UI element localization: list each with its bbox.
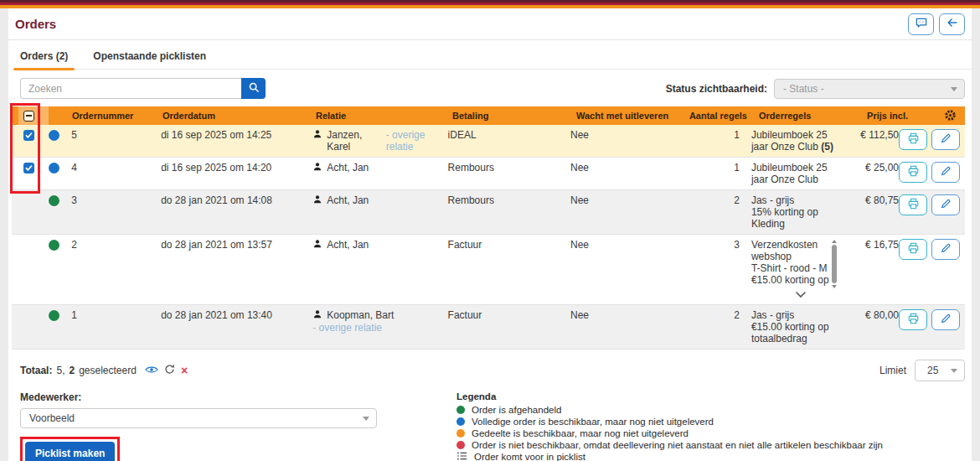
column-header-rel: Relatie [316, 111, 452, 121]
relation-line: Acht, Jan [312, 162, 447, 174]
order-line: 15% korting op [751, 206, 851, 218]
order-line: Jubileumboek 25 [751, 162, 851, 174]
relation-name: Koopman, Bart [327, 309, 394, 321]
order-line: €15.00 korting op [751, 321, 851, 333]
row-actions [899, 194, 965, 215]
medewerker-select[interactable]: Voorbeeld [20, 408, 377, 428]
column-header-wait: Wacht met uitleveren [576, 111, 670, 121]
checklist-icon [456, 451, 467, 461]
relation-line: Acht, Jan [312, 194, 447, 207]
chevron-down-icon [363, 417, 369, 421]
order-line: Jas - grijs [751, 194, 851, 206]
tab-openstaande-picklisten[interactable]: Openstaande picklisten [93, 50, 206, 69]
print-button[interactable] [899, 309, 927, 330]
printer-icon [907, 313, 920, 327]
relation-line: Acht, Jan [312, 239, 447, 251]
row-checkbox-cell [18, 194, 49, 230]
row-checkbox-cell [18, 162, 49, 185]
order-lines: Jubileumboek 25jaar Onze Club (5) [751, 129, 851, 153]
price-incl: € 16,75 [851, 239, 899, 251]
limit-select[interactable]: 25 [915, 360, 965, 381]
search-icon [248, 81, 260, 96]
price-incl: € 25,00 [851, 162, 899, 174]
status-filter-value: - Status - [783, 83, 824, 95]
order-line: jaar Onze Club [751, 174, 851, 185]
legend-items: Order is afgehandeldVolledige order is b… [456, 404, 883, 461]
right-gutter [972, 8, 980, 461]
table-header-row: OrdernummerOrderdatumRelatieBetalingWach… [12, 106, 965, 125]
payment-method: Factuur [448, 309, 570, 321]
scrollbar-thumb [832, 245, 837, 283]
selected-count: 2 [69, 365, 75, 376]
status-cell [49, 129, 72, 143]
orders-page: Orders Orders (2)Openstaande picklisten [8, 8, 972, 461]
legend-item: Order is niet beschikbaar, omdat deellev… [456, 439, 883, 451]
total-label: Totaal: [20, 365, 52, 376]
tab-orders[interactable]: Orders (2) [20, 50, 68, 69]
indeterminate-minus-icon [26, 115, 32, 117]
status-dot [49, 163, 59, 174]
picklist-maken-button[interactable]: Picklist maken [25, 442, 115, 461]
back-button[interactable] [939, 13, 965, 35]
search-button[interactable] [241, 78, 266, 99]
table-settings-gear-icon[interactable] [944, 109, 957, 123]
column-header-lines: Orderregels [759, 111, 859, 121]
annotation-picklist-button: Picklist maken [20, 437, 120, 461]
row-checkbox[interactable] [23, 130, 34, 141]
print-button[interactable] [899, 162, 927, 183]
payment-method: iDEAL [448, 129, 570, 141]
relation-line: Janzen, Karel- overige relatie [312, 129, 447, 153]
relation-name: Acht, Jan [327, 239, 369, 251]
legend-status-dot [456, 406, 465, 414]
print-button[interactable] [899, 239, 927, 260]
edit-button[interactable] [931, 194, 960, 215]
orders-table: OrdernummerOrderdatumRelatieBetalingWach… [12, 106, 965, 350]
column-header-num: Ordernummer [72, 111, 162, 121]
wait-delivery: Nee [570, 239, 663, 251]
order-line: totaalbedrag [751, 333, 851, 344]
status-filter-select[interactable]: - Status - [774, 79, 965, 99]
pencil-icon [940, 242, 952, 256]
edit-button[interactable] [931, 162, 960, 183]
edit-button[interactable] [931, 239, 960, 260]
wait-delivery: Nee [570, 309, 663, 321]
print-button[interactable] [899, 129, 927, 150]
printer-icon [907, 165, 920, 179]
search-input[interactable] [20, 78, 241, 99]
relation-name: Acht, Jan [327, 194, 369, 206]
order-lines: Jas - grijs15% korting opKleding [751, 194, 851, 230]
status-cell [49, 162, 72, 176]
legend-label: Order is niet beschikbaar, omdat deellev… [472, 440, 883, 450]
order-line: Jas - grijs [751, 309, 851, 321]
orderlines-scrollbar[interactable] [831, 240, 838, 288]
legend-label: Volledige order is beschikbaar, maar nog… [472, 417, 714, 427]
price-incl: € 80,00 [851, 309, 899, 321]
overige-relatie-link[interactable]: - overige relatie [312, 322, 447, 334]
controls-row: Status zichtbaarheid: - Status - [8, 70, 972, 99]
chat-button[interactable] [908, 13, 934, 35]
table-settings-cell [908, 109, 965, 123]
payment-method: Factuur [448, 239, 570, 251]
select-all-checkbox[interactable] [23, 111, 34, 122]
table-body: 5di 16 sep 2025 om 14:25Janzen, Karel- o… [12, 125, 965, 350]
refresh-icon[interactable] [164, 364, 175, 377]
overige-relatie-link[interactable]: - overige relatie [386, 129, 448, 153]
visibility-icon[interactable] [145, 365, 158, 377]
print-button[interactable] [899, 194, 927, 215]
table-row: 4di 16 sep 2025 om 14:20Acht, JanRembour… [12, 158, 965, 190]
table-row: 5di 16 sep 2025 om 14:25Janzen, Karel- o… [12, 125, 965, 158]
edit-button[interactable] [931, 309, 960, 330]
status-cell [49, 239, 72, 253]
wait-delivery: Nee [570, 129, 663, 141]
order-date: do 28 jan 2021 om 13:57 [161, 239, 312, 251]
left-gutter [0, 8, 8, 461]
relation-line: Koopman, Bart [312, 309, 447, 322]
row-checkbox[interactable] [23, 163, 34, 174]
edit-button[interactable] [931, 129, 960, 150]
relation-name: Janzen, Karel [327, 129, 381, 153]
expand-orderlines-button[interactable] [751, 288, 851, 300]
chevron-down-icon [951, 369, 957, 373]
clear-selection-icon[interactable]: × [181, 365, 188, 376]
relation-cell: Koopman, Bart- overige relatie [312, 309, 447, 334]
status-dot [49, 310, 59, 321]
